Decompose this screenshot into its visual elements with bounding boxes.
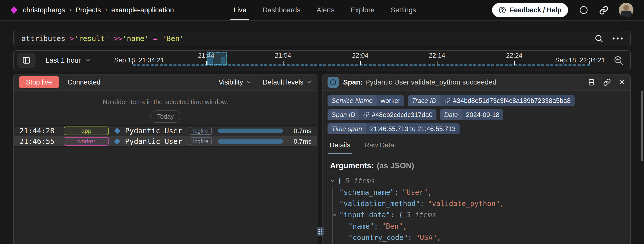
detail-title-prefix: Span:	[343, 78, 363, 86]
chevron-down-icon	[85, 57, 91, 63]
chevron-down-icon	[306, 79, 312, 85]
span-metadata-badges: Service Name worker Trace ID #34bd8e51d7…	[323, 91, 630, 135]
breadcrumb-separator-icon: ›	[105, 6, 107, 15]
page-scrollbar[interactable]	[641, 91, 643, 161]
breadcrumb-separator-icon: ›	[69, 6, 71, 15]
logfire-tag[interactable]: logfire	[190, 127, 212, 135]
no-older-items-message: No older items in the selected time wind…	[14, 98, 317, 106]
tab-details[interactable]: Details	[328, 137, 352, 154]
collapse-caret-icon[interactable]	[330, 179, 335, 184]
json-line: "name":"Ben",	[348, 221, 623, 232]
copy-link-icon[interactable]	[599, 6, 608, 15]
connection-status: Connected	[68, 78, 101, 86]
query-actions	[594, 34, 623, 43]
time-range-label: Last 1 hour	[46, 56, 81, 64]
tab-explore[interactable]: Explore	[351, 0, 375, 20]
span-diamond-icon	[114, 138, 120, 144]
json-root-line[interactable]: { 5 items	[330, 175, 623, 187]
trace-row-selected[interactable]: 21:46:55 worker Pydantic User logfire 0.…	[14, 136, 317, 147]
json-line: "schema_name":"User",	[339, 187, 623, 198]
today-date-pill[interactable]: Today	[150, 110, 180, 123]
tab-settings[interactable]: Settings	[391, 0, 416, 20]
timeline-selection-window[interactable]	[207, 52, 227, 65]
link-icon	[445, 98, 451, 104]
search-icon[interactable]	[594, 34, 603, 43]
json-line: "country_code":"USA",	[348, 232, 623, 243]
tab-alerts[interactable]: Alerts	[316, 0, 335, 20]
divider	[100, 53, 100, 68]
link-icon	[363, 112, 369, 118]
query-string: 'result'	[74, 34, 109, 43]
json-tree: { 5 items "schema_name":"User", "validat…	[330, 175, 623, 244]
row-timestamp: 21:46:55	[19, 137, 60, 146]
close-icon[interactable]: ✕	[619, 78, 625, 86]
theme-toggle-icon[interactable]	[579, 5, 589, 15]
trace-rows: 21:44:28 app Pydantic User logfire 0.7ms…	[14, 125, 317, 147]
span-title: Pydantic User	[125, 127, 182, 135]
more-options-icon[interactable]	[613, 37, 623, 39]
top-navbar: christophergs › Projects › example-appli…	[0, 0, 644, 21]
info-icon	[328, 77, 339, 88]
service-badge-worker[interactable]: worker	[64, 137, 109, 146]
span-detail-panel: Span:Pydantic User validate_python succe…	[322, 74, 631, 244]
dock-panel-icon[interactable]	[588, 78, 595, 86]
logfire-tag[interactable]: logfire	[190, 137, 212, 145]
visibility-dropdown[interactable]: Visibility	[219, 78, 252, 86]
breadcrumb-projects[interactable]: Projects	[75, 6, 101, 14]
query-field: attributes	[21, 34, 65, 43]
item-count: 5 items	[345, 177, 375, 185]
date-badge: Date 2024-09-18	[440, 109, 503, 120]
main-content: Stop live Connected Visibility Default l…	[13, 74, 631, 244]
json-object-line[interactable]: "input_data": { 3 items	[332, 209, 623, 221]
item-count: 3 items	[407, 211, 436, 219]
row-timestamp: 21:44:28	[19, 127, 60, 135]
default-levels-dropdown[interactable]: Default levels	[263, 78, 312, 86]
time-range-dropdown[interactable]: Last 1 hour	[46, 56, 91, 64]
logfire-logo-icon[interactable]	[11, 6, 17, 14]
user-avatar[interactable]	[619, 3, 633, 17]
live-trace-panel: Stop live Connected Visibility Default l…	[13, 74, 317, 244]
breadcrumb-project-name[interactable]: example-application	[111, 6, 174, 14]
service-badge-app[interactable]: app	[64, 127, 109, 135]
copy-link-icon[interactable]	[603, 78, 611, 86]
json-root-children: "schema_name":"User", "validation_method…	[332, 187, 623, 244]
timeline-end-label: Sep 18, 22:34:21	[555, 56, 605, 64]
query-operator: ->>	[109, 34, 122, 43]
breadcrumb-account[interactable]: christophergs	[23, 6, 65, 14]
chevron-down-icon	[246, 79, 252, 85]
trace-id-badge[interactable]: Trace ID #34bd8e51d73c3f4c8a189b72338a5b…	[408, 95, 575, 106]
stop-live-button[interactable]: Stop live	[19, 76, 59, 88]
time-span-badge: Time span 21:46:55.713 to 21:46:55.713	[328, 123, 460, 134]
span-id-badge[interactable]: Span ID #48eb2cdcdc317da0	[328, 109, 436, 120]
feedback-help-button[interactable]: Feedback / Help	[492, 3, 568, 17]
time-range-bar: Last 1 hour Sep 18, 21:34:21 Sep 18, 22:…	[13, 50, 631, 70]
detail-content: Arguments:(as JSON) { 5 items "schema_na…	[323, 154, 630, 244]
json-line: "validation_method":"validate_python",	[339, 198, 623, 209]
detail-actions: ✕	[588, 78, 625, 86]
tab-dashboards[interactable]: Dashboards	[262, 0, 300, 20]
query-string: 'name'	[123, 34, 149, 43]
span-title: Pydantic User	[125, 137, 182, 146]
query-input[interactable]: attributes->'result'->>'name' = 'Ben'	[21, 34, 184, 43]
query-operator: ->	[65, 34, 74, 43]
detail-panel-header: Span:Pydantic User validate_python succe…	[323, 74, 630, 91]
zoom-in-icon[interactable]	[607, 55, 630, 66]
query-operator: =	[149, 34, 162, 43]
query-string: 'Ben'	[162, 34, 184, 43]
sidebar-toggle-button[interactable]	[17, 53, 35, 68]
panel-resize-handle[interactable]	[317, 227, 324, 236]
timeline[interactable]: Sep 18, 21:34:21 Sep 18, 22:34:21 21:44 …	[103, 51, 607, 70]
tab-live[interactable]: Live	[233, 0, 246, 20]
timeline-track[interactable]: 21:44 21:54 22:04 22:14 22:24	[133, 64, 590, 66]
detail-title: Span:Pydantic User validate_python succe…	[343, 78, 496, 86]
tab-raw-data[interactable]: Raw Data	[363, 137, 396, 154]
live-panel-header: Stop live Connected Visibility Default l…	[14, 74, 317, 91]
collapse-caret-icon[interactable]	[332, 213, 337, 218]
duration-label: 0.7ms	[290, 127, 311, 135]
span-diamond-icon	[114, 128, 120, 134]
json-nested-children: "name":"Ben", "country_code":"USA", "dob…	[342, 221, 623, 244]
duration-bar	[218, 139, 284, 144]
trace-row[interactable]: 21:44:28 app Pydantic User logfire 0.7ms	[14, 126, 317, 136]
main-nav-tabs: Live Dashboards Alerts Explore Settings	[233, 0, 416, 20]
query-bar[interactable]: attributes->'result'->>'name' = 'Ben'	[13, 31, 631, 46]
